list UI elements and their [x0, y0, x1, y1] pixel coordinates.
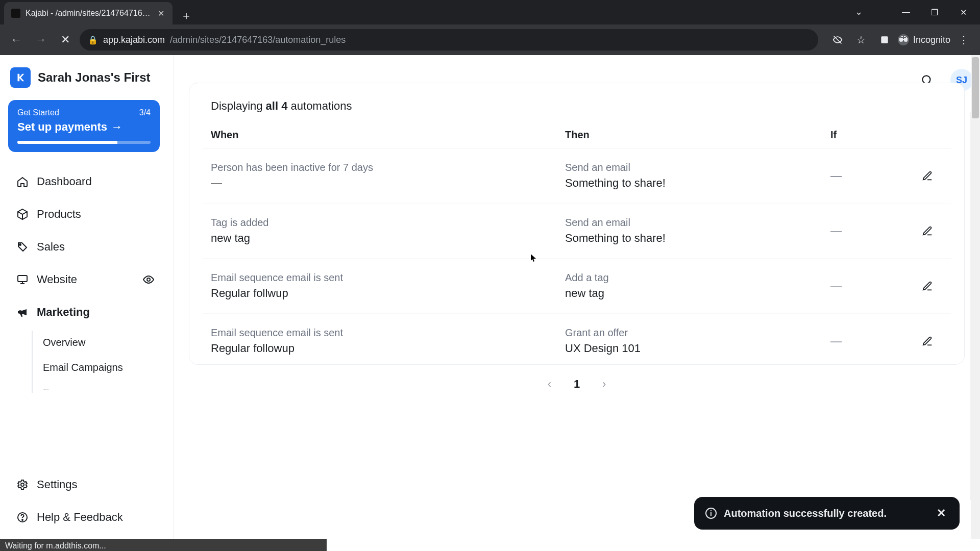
incognito-icon: 🕶	[898, 34, 909, 45]
sidebar-item-help[interactable]: Help & Feedback	[9, 503, 165, 532]
sidebar-scroll: Get Started 3/4 Set up payments → Dashbo…	[6, 97, 168, 397]
sidebar-item-label: Settings	[37, 478, 78, 491]
nav-back-button[interactable]: ←	[6, 30, 27, 50]
table-row[interactable]: Person has been inactive for 7 days — Se…	[203, 148, 951, 203]
col-if: If	[830, 129, 912, 141]
then-muted: Send an email	[565, 217, 830, 229]
favicon	[11, 9, 20, 18]
subnav-email-campaigns[interactable]: Email Campaigns	[43, 362, 161, 373]
omnibox[interactable]: 🔒 app.kajabi.com /admin/sites/2147647163…	[80, 29, 818, 51]
sidebar-item-marketing[interactable]: Marketing	[9, 298, 161, 327]
eye-icon[interactable]	[142, 273, 155, 286]
sidebar-item-label: Marketing	[37, 306, 90, 319]
panel-head: Displaying all 4 automations	[203, 96, 951, 122]
get-started-progress-text: 3/4	[139, 108, 151, 117]
then-value: Something to share!	[565, 232, 830, 245]
table-head: When Then If	[203, 122, 951, 148]
pencil-icon	[922, 170, 933, 182]
when-value: Regular followup	[211, 342, 565, 355]
bookmark-star-icon[interactable]: ☆	[851, 30, 871, 50]
brand[interactable]: Sarah Jonas's First	[6, 64, 168, 97]
help-icon	[15, 510, 30, 524]
edit-button[interactable]	[919, 222, 936, 240]
when-muted: Email sequence email is sent	[211, 327, 565, 339]
when-muted: Email sequence email is sent	[211, 272, 565, 284]
browser-chrome: Kajabi - /admin/sites/2147647163… ✕ ＋ ⌄ …	[0, 0, 980, 55]
lock-icon: 🔒	[88, 35, 98, 45]
edit-button[interactable]	[919, 333, 936, 350]
window-controls: — ❐ ✕	[892, 3, 977, 21]
row-edit	[912, 278, 943, 295]
sidebar-footer: Settings Help & Feedback	[6, 465, 168, 534]
tab-close-icon[interactable]: ✕	[156, 9, 165, 18]
sidebar-item-sales[interactable]: Sales	[9, 233, 161, 261]
window-maximize-button[interactable]: ❐	[921, 3, 948, 21]
subnav-overview[interactable]: Overview	[43, 337, 161, 348]
app: Sarah Jonas's First Get Started 3/4 Set …	[0, 55, 980, 539]
svg-point-5	[21, 483, 24, 486]
svg-rect-3	[18, 276, 27, 282]
sidebar-item-products[interactable]: Products	[9, 200, 161, 229]
pager-prev[interactable]: ‹	[548, 378, 551, 391]
displaying-count: all 4	[266, 99, 288, 112]
if-value: —	[830, 169, 912, 183]
automations-panel: Displaying all 4 automations When Then I…	[189, 83, 965, 365]
pencil-icon	[922, 226, 933, 237]
get-started-card[interactable]: Get Started 3/4 Set up payments →	[8, 100, 160, 152]
get-started-progress	[17, 141, 151, 144]
pager-current[interactable]: 1	[566, 373, 588, 395]
new-tab-button[interactable]: ＋	[178, 7, 195, 24]
browser-tab[interactable]: Kajabi - /admin/sites/2147647163… ✕	[4, 2, 173, 24]
extensions-icon[interactable]	[874, 30, 895, 50]
pencil-icon	[922, 281, 933, 292]
then-muted: Send an email	[565, 162, 830, 173]
status-text: Waiting for m.addthis.com...	[5, 541, 106, 550]
when-muted: Person has been inactive for 7 days	[211, 162, 565, 173]
svg-point-7	[22, 519, 23, 520]
col-then: Then	[565, 129, 830, 141]
row-edit	[912, 333, 943, 350]
pager-next[interactable]: ›	[602, 378, 606, 391]
when-value: new tag	[211, 232, 565, 245]
nav: Dashboard Products Sales	[6, 163, 164, 397]
tabs-dropdown-icon[interactable]: ⌄	[855, 6, 863, 17]
table-row[interactable]: Email sequence email is sent Regular fol…	[203, 258, 951, 313]
then-value: UX Design 101	[565, 342, 830, 355]
row-edit	[912, 167, 943, 185]
edit-button[interactable]	[919, 278, 936, 295]
table-row[interactable]: Tag is added new tag Send an email Somet…	[203, 203, 951, 258]
address-bar: ← → ✕ 🔒 app.kajabi.com /admin/sites/2147…	[0, 24, 980, 55]
info-icon: i	[705, 508, 717, 519]
toast: i Automation successfully created. ✕	[694, 497, 960, 530]
incognito-indicator[interactable]: 🕶 Incognito	[898, 34, 950, 45]
arrow-right-icon: →	[111, 120, 122, 134]
toast-message: Automation successfully created.	[724, 508, 887, 519]
then-muted: Add a tag	[565, 272, 830, 284]
subnav-more[interactable]: F	[43, 387, 161, 390]
sidebar-item-website[interactable]: Website	[9, 265, 161, 294]
sidebar-item-settings[interactable]: Settings	[9, 470, 165, 499]
displaying-suffix: automations	[291, 99, 352, 112]
window-minimize-button[interactable]: —	[892, 3, 920, 21]
when-value: Regular follwup	[211, 287, 565, 300]
browser-menu-button[interactable]: ⋮	[953, 30, 974, 50]
url-path: /admin/sites/2147647163/automation_rules	[170, 35, 346, 45]
edit-button[interactable]	[919, 167, 936, 185]
site-name: Sarah Jonas's First	[38, 70, 150, 85]
tracking-icon[interactable]	[827, 30, 848, 50]
tab-bar: Kajabi - /admin/sites/2147647163… ✕ ＋ ⌄ …	[0, 0, 980, 24]
toast-close-button[interactable]: ✕	[934, 506, 948, 520]
svg-rect-1	[881, 36, 888, 43]
tab-title: Kajabi - /admin/sites/2147647163…	[26, 9, 151, 18]
table-row[interactable]: Email sequence email is sent Regular fol…	[203, 313, 951, 359]
page-scroll-thumb[interactable]	[972, 57, 979, 118]
sidebar-item-dashboard[interactable]: Dashboard	[9, 167, 161, 196]
window-close-button[interactable]: ✕	[949, 3, 977, 21]
nav-forward-button[interactable]: →	[31, 30, 51, 50]
page-scrollbar[interactable]	[971, 55, 980, 539]
sidebar-item-label: Website	[37, 273, 77, 286]
marketing-subnav: Overview Email Campaigns F	[32, 331, 161, 393]
url-host: app.kajabi.com	[103, 35, 165, 45]
nav-stop-button[interactable]: ✕	[55, 30, 76, 50]
main: Displaying all 4 automations When Then I…	[174, 55, 980, 539]
